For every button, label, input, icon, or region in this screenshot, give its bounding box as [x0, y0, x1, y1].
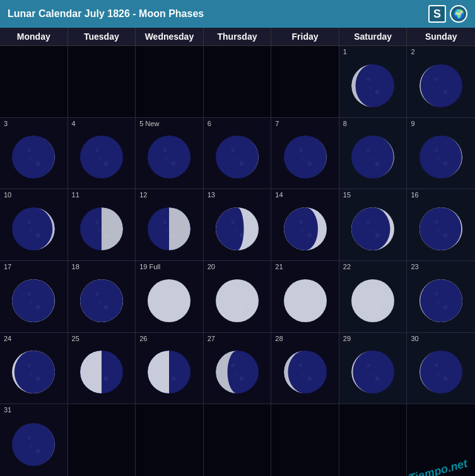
moon-15 [341, 199, 406, 259]
moon-1 [341, 55, 406, 116]
page-title: Lunar Calendar July 1826 - Moon Phases [8, 8, 204, 20]
svg-point-88 [148, 279, 191, 322]
svg-point-14 [30, 158, 33, 161]
svg-point-30 [299, 149, 302, 152]
day-number: 25 [72, 335, 79, 342]
svg-point-93 [231, 293, 234, 296]
day-number: 3 [4, 120, 8, 127]
svg-point-35 [367, 149, 370, 152]
svg-point-116 [95, 364, 98, 367]
day-number: 24 [4, 335, 11, 342]
svg-point-146 [28, 436, 31, 439]
moon-26 [137, 342, 202, 403]
day-cell-9: 9 [407, 118, 475, 189]
day-cell-11: 11 [68, 189, 136, 260]
svg-point-71 [375, 233, 380, 238]
svg-point-22 [166, 158, 168, 161]
svg-point-144 [12, 423, 55, 466]
moon-24 [1, 342, 66, 403]
day-cell-19: 19 Full [136, 261, 204, 332]
day-cell-empty [136, 404, 204, 476]
day-number: 21 [275, 264, 283, 270]
svg-point-17 [103, 162, 108, 166]
moon-5 [137, 127, 202, 188]
svg-point-133 [302, 373, 304, 376]
logo-area: S 🌍 [428, 5, 467, 23]
day-cell-23: 23 [407, 261, 475, 332]
calendar-row-4: 17 18 19 Full [0, 261, 475, 333]
svg-point-131 [299, 364, 302, 367]
svg-point-112 [36, 377, 40, 381]
day-cell-empty [136, 46, 204, 117]
svg-point-108 [438, 301, 440, 304]
day-cell-17: 17 [0, 261, 68, 332]
svg-point-128 [233, 373, 236, 376]
day-number: 27 [208, 335, 215, 342]
svg-point-10 [12, 136, 55, 178]
moon-11 [69, 199, 134, 259]
svg-point-2 [367, 78, 370, 81]
svg-point-137 [375, 377, 380, 381]
day-cell-8: 8 [339, 118, 408, 189]
calendar-row-5: 24 25 26 [0, 333, 475, 405]
svg-point-76 [443, 233, 448, 238]
svg-point-87 [98, 301, 100, 304]
svg-point-61 [240, 233, 244, 238]
day-number: 15 [343, 192, 351, 199]
svg-point-12 [28, 149, 31, 152]
day-number: 23 [411, 264, 418, 270]
day-cell-25: 25 [68, 333, 136, 404]
day-cell-6: 6 [204, 118, 272, 189]
moon-29 [341, 342, 406, 403]
moon-3 [1, 127, 66, 188]
day-cell-28: 28 [271, 333, 339, 404]
day-cell-16: 16 [407, 189, 475, 260]
svg-point-42 [438, 158, 440, 161]
day-cell-31: 31 [0, 404, 68, 476]
app: Lunar Calendar July 1826 - Moon Phases S… [0, 0, 475, 476]
day-cell-15: 15 [339, 189, 408, 260]
moon-14 [273, 199, 337, 259]
svg-point-75 [435, 221, 438, 224]
moon-17 [1, 270, 66, 331]
svg-point-136 [367, 364, 370, 367]
day-number: 22 [343, 264, 351, 270]
svg-point-122 [172, 377, 176, 381]
svg-point-103 [370, 301, 372, 304]
moon-9 [408, 127, 474, 188]
day-header-monday: Monday [0, 28, 68, 46]
svg-point-91 [166, 301, 168, 304]
svg-point-123 [166, 373, 168, 376]
svg-point-21 [172, 162, 176, 166]
moon-12 [137, 199, 202, 259]
day-number: 2 [411, 49, 414, 55]
day-cell-5: 5 New [136, 118, 204, 189]
moon-28 [273, 342, 337, 403]
moon-6 [205, 127, 270, 188]
moon-18 [69, 270, 134, 331]
svg-point-97 [299, 293, 302, 296]
day-cell-20: 20 [204, 261, 272, 332]
svg-point-19 [148, 136, 191, 178]
svg-point-141 [435, 364, 438, 367]
moon-27 [205, 342, 270, 403]
svg-point-117 [103, 377, 108, 381]
svg-point-26 [240, 162, 244, 166]
day-number: 6 [208, 120, 211, 127]
day-header-tuesday: Tuesday [68, 28, 136, 46]
svg-point-41 [443, 162, 448, 166]
day-number: 5 New [139, 120, 159, 127]
moon-25 [69, 342, 134, 403]
day-number: 7 [275, 120, 279, 127]
svg-point-66 [307, 233, 312, 238]
svg-point-98 [307, 305, 312, 310]
svg-point-15 [80, 136, 123, 178]
svg-point-47 [30, 230, 33, 233]
moon-19 [137, 270, 202, 331]
day-number: 16 [411, 192, 418, 199]
calendar: MondayTuesdayWednesdayThursdayFridaySatu… [0, 28, 475, 476]
moon-10 [1, 199, 66, 259]
day-number: 18 [72, 264, 79, 270]
svg-point-18 [98, 158, 100, 161]
svg-point-121 [163, 364, 167, 367]
